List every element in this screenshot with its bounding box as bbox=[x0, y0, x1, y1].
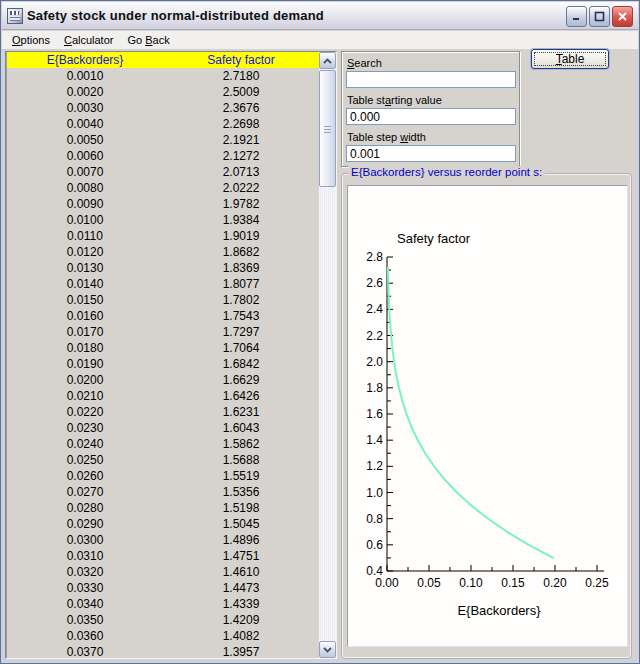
table-row[interactable]: 0.02001.6629 bbox=[7, 372, 319, 388]
table-header-row: E{Backorders}Safety factor bbox=[7, 52, 319, 68]
table-row[interactable]: 0.01301.8369 bbox=[7, 260, 319, 276]
table-row[interactable]: 0.02401.5862 bbox=[7, 436, 319, 452]
table-header-backorders: E{Backorders} bbox=[7, 52, 163, 68]
cell-safety-factor: 2.0713 bbox=[163, 164, 319, 180]
cell-backorders: 0.0210 bbox=[7, 388, 163, 404]
safety-factor-chart: 0.000.050.100.150.200.250.40.60.81.01.21… bbox=[348, 186, 629, 648]
cell-backorders: 0.0040 bbox=[7, 116, 163, 132]
cell-backorders: 0.0220 bbox=[7, 404, 163, 420]
cell-safety-factor: 1.3957 bbox=[163, 644, 319, 658]
table-row[interactable]: 0.02701.5356 bbox=[7, 484, 319, 500]
menu-item-go-back[interactable]: Go Back bbox=[120, 32, 176, 48]
cell-safety-factor: 1.7543 bbox=[163, 308, 319, 324]
cell-safety-factor: 1.5045 bbox=[163, 516, 319, 532]
scroll-down-button[interactable] bbox=[319, 641, 336, 658]
table-row[interactable]: 0.00702.0713 bbox=[7, 164, 319, 180]
table-row[interactable]: 0.00802.0222 bbox=[7, 180, 319, 196]
table-row[interactable]: 0.01501.7802 bbox=[7, 292, 319, 308]
cell-backorders: 0.0080 bbox=[7, 180, 163, 196]
cell-backorders: 0.0270 bbox=[7, 484, 163, 500]
table-button[interactable]: Table bbox=[531, 49, 609, 69]
table-row[interactable]: 0.03401.4339 bbox=[7, 596, 319, 612]
table-row[interactable]: 0.01901.6842 bbox=[7, 356, 319, 372]
cell-backorders: 0.0120 bbox=[7, 244, 163, 260]
cell-backorders: 0.0020 bbox=[7, 84, 163, 100]
table-row[interactable]: 0.00502.1921 bbox=[7, 132, 319, 148]
cell-backorders: 0.0320 bbox=[7, 564, 163, 580]
table-body: 0.00102.71800.00202.50090.00302.36760.00… bbox=[7, 68, 319, 658]
table-row[interactable]: 0.02501.5688 bbox=[7, 452, 319, 468]
maximize-button[interactable] bbox=[589, 6, 610, 27]
menu-item-options[interactable]: Options bbox=[5, 32, 57, 48]
cell-backorders: 0.0100 bbox=[7, 212, 163, 228]
svg-text:0.20: 0.20 bbox=[543, 576, 567, 590]
table-row[interactable]: 0.00102.7180 bbox=[7, 68, 319, 84]
menu-item-calculator[interactable]: Calculator bbox=[57, 32, 121, 48]
table-row[interactable]: 0.00302.3676 bbox=[7, 100, 319, 116]
table-scrollbar[interactable] bbox=[319, 52, 336, 658]
cell-safety-factor: 1.6426 bbox=[163, 388, 319, 404]
table-row[interactable]: 0.02601.5519 bbox=[7, 468, 319, 484]
cell-safety-factor: 2.1272 bbox=[163, 148, 319, 164]
table-row[interactable]: 0.01401.8077 bbox=[7, 276, 319, 292]
cell-safety-factor: 1.4473 bbox=[163, 580, 319, 596]
cell-backorders: 0.0110 bbox=[7, 228, 163, 244]
cell-safety-factor: 1.9384 bbox=[163, 212, 319, 228]
close-button[interactable] bbox=[612, 6, 633, 27]
table-row[interactable]: 0.00602.1272 bbox=[7, 148, 319, 164]
table-row[interactable]: 0.01801.7064 bbox=[7, 340, 319, 356]
table-row[interactable]: 0.01001.9384 bbox=[7, 212, 319, 228]
cell-safety-factor: 1.6231 bbox=[163, 404, 319, 420]
table-row[interactable]: 0.01601.7543 bbox=[7, 308, 319, 324]
cell-backorders: 0.0250 bbox=[7, 452, 163, 468]
table-row[interactable]: 0.01701.7297 bbox=[7, 324, 319, 340]
chevron-up-icon bbox=[323, 58, 332, 64]
table-row[interactable]: 0.03101.4751 bbox=[7, 548, 319, 564]
minimize-button[interactable] bbox=[566, 6, 587, 27]
table-row[interactable]: 0.01101.9019 bbox=[7, 228, 319, 244]
table-row[interactable]: 0.02101.6426 bbox=[7, 388, 319, 404]
table-row[interactable]: 0.02301.6043 bbox=[7, 420, 319, 436]
table-row[interactable]: 0.01201.8682 bbox=[7, 244, 319, 260]
svg-text:1.2: 1.2 bbox=[366, 459, 383, 473]
table-row[interactable]: 0.03001.4896 bbox=[7, 532, 319, 548]
search-label: Search bbox=[347, 57, 516, 69]
cell-safety-factor: 1.5688 bbox=[163, 452, 319, 468]
menu-bar: OptionsCalculatorGo Back bbox=[2, 31, 638, 49]
table-row[interactable]: 0.02901.5045 bbox=[7, 516, 319, 532]
cell-safety-factor: 1.8682 bbox=[163, 244, 319, 260]
table-step-width-input[interactable] bbox=[346, 145, 516, 162]
cell-backorders: 0.0260 bbox=[7, 468, 163, 484]
search-input[interactable] bbox=[346, 71, 516, 88]
table-row[interactable]: 0.03601.4082 bbox=[7, 628, 319, 644]
app-window: Safety stock under normal-distributed de… bbox=[0, 0, 640, 664]
table-row[interactable]: 0.03201.4610 bbox=[7, 564, 319, 580]
svg-text:2.4: 2.4 bbox=[366, 302, 383, 316]
cell-backorders: 0.0090 bbox=[7, 196, 163, 212]
cell-safety-factor: 2.2698 bbox=[163, 116, 319, 132]
table-row[interactable]: 0.00402.2698 bbox=[7, 116, 319, 132]
table-row[interactable]: 0.00901.9782 bbox=[7, 196, 319, 212]
cell-safety-factor: 1.8077 bbox=[163, 276, 319, 292]
table-starting-value-input[interactable] bbox=[346, 108, 516, 125]
cell-safety-factor: 1.7064 bbox=[163, 340, 319, 356]
scroll-up-button[interactable] bbox=[319, 52, 336, 69]
table-row[interactable]: 0.03501.4209 bbox=[7, 612, 319, 628]
table-row[interactable]: 0.02201.6231 bbox=[7, 404, 319, 420]
app-icon bbox=[7, 8, 23, 24]
svg-text:0.4: 0.4 bbox=[366, 564, 383, 578]
cell-backorders: 0.0130 bbox=[7, 260, 163, 276]
cell-safety-factor: 1.6842 bbox=[163, 356, 319, 372]
svg-text:0.00: 0.00 bbox=[375, 576, 399, 590]
cell-safety-factor: 1.4339 bbox=[163, 596, 319, 612]
scrollbar-thumb[interactable] bbox=[319, 70, 336, 187]
table-row[interactable]: 0.00202.5009 bbox=[7, 84, 319, 100]
cell-backorders: 0.0240 bbox=[7, 436, 163, 452]
chevron-down-icon bbox=[323, 647, 332, 653]
table-row[interactable]: 0.02801.5198 bbox=[7, 500, 319, 516]
title-bar[interactable]: Safety stock under normal-distributed de… bbox=[2, 2, 638, 30]
table-row[interactable]: 0.03701.3957 bbox=[7, 644, 319, 658]
cell-safety-factor: 1.5198 bbox=[163, 500, 319, 516]
table-row[interactable]: 0.03301.4473 bbox=[7, 580, 319, 596]
cell-backorders: 0.0160 bbox=[7, 308, 163, 324]
